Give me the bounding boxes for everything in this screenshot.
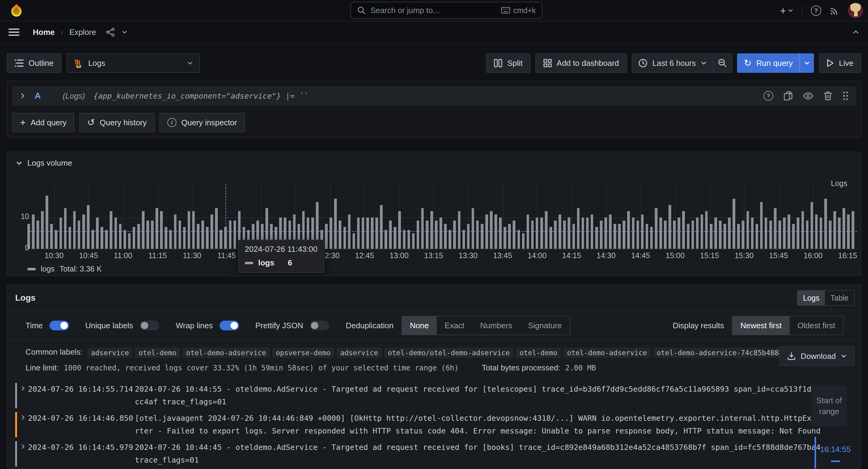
live-button[interactable]: Live <box>819 54 861 73</box>
display-results-label: Display results <box>673 321 724 330</box>
display-option-newest-first[interactable]: Newest first <box>733 316 789 335</box>
volume-bar <box>467 224 470 249</box>
volume-bar <box>421 208 424 249</box>
minimap-start-of-range: Start of range <box>811 385 847 427</box>
copy-query-icon[interactable] <box>783 91 793 101</box>
logs-volume-chart[interactable] <box>27 184 857 249</box>
zoom-out-time-button[interactable] <box>713 59 732 68</box>
news-rss-button[interactable] <box>830 6 839 15</box>
volume-bar <box>234 221 236 249</box>
volume-bar <box>650 227 653 249</box>
expand-log-chevron-icon[interactable] <box>20 441 28 467</box>
volume-bar <box>563 221 566 249</box>
volume-bar <box>540 217 543 249</box>
expand-log-chevron-icon[interactable] <box>20 383 28 408</box>
remove-query-trash-icon[interactable] <box>824 91 832 100</box>
collapse-panel-chevron-icon[interactable] <box>16 160 23 167</box>
label-chip: opsverse-demo <box>272 348 334 358</box>
dedup-option-numbers[interactable]: Numbers <box>472 316 520 335</box>
log-row[interactable]: 2024-07-26 16:14:55.7142024-07-26 10:44:… <box>15 383 860 408</box>
volume-bar <box>760 202 763 249</box>
chart-legend[interactable]: logs Total: 3.36 K <box>27 265 102 273</box>
search-input[interactable]: Search or jump to... cmd+k <box>350 2 542 19</box>
volume-bar <box>595 227 598 249</box>
volume-bar <box>783 217 786 249</box>
volume-bar <box>669 205 671 249</box>
volume-bar <box>73 211 76 249</box>
common-labels-row: Common labels: adserviceotel-demootel-de… <box>26 346 861 358</box>
volume-bar <box>769 221 772 249</box>
run-query-dropdown-button[interactable] <box>799 54 814 73</box>
help-button[interactable]: ? <box>811 5 821 16</box>
minimap-timeline[interactable] <box>814 437 816 469</box>
dedup-option-exact[interactable]: Exact <box>437 316 472 335</box>
user-avatar[interactable] <box>848 3 863 18</box>
display-option-oldest-first[interactable]: Oldest first <box>789 316 843 335</box>
drag-handle-icon[interactable] <box>842 91 848 101</box>
expand-log-chevron-icon[interactable] <box>20 412 28 437</box>
volume-bar <box>444 224 447 249</box>
download-button[interactable]: Download <box>779 346 855 366</box>
volume-bar <box>600 221 602 249</box>
toggle-wrap-lines[interactable] <box>220 321 239 330</box>
crosshair-horizontal <box>27 231 857 232</box>
collapse-chrome-icon[interactable] <box>852 29 860 36</box>
share-icon[interactable] <box>106 27 116 37</box>
crosshair-vertical <box>225 184 226 249</box>
toggle-prettify-json[interactable] <box>310 321 329 330</box>
add-to-dashboard-button[interactable]: Add to dashboard <box>535 54 627 73</box>
view-option-logs[interactable]: Logs <box>798 291 825 305</box>
x-axis-tick-label: 15:00 <box>657 251 693 260</box>
deduplication-label: Deduplication <box>346 321 394 330</box>
volume-bar <box>60 217 62 249</box>
split-button[interactable]: Split <box>486 54 531 73</box>
query-history-button[interactable]: ↺ Query history <box>79 113 155 132</box>
x-axis-tick-label: 14:15 <box>553 251 590 260</box>
dedup-option-signature[interactable]: Signature <box>520 316 569 335</box>
toggle-unique-labels[interactable] <box>140 321 159 330</box>
view-option-table[interactable]: Table <box>825 291 854 305</box>
query-inspector-button[interactable]: i Query inspector <box>159 113 245 132</box>
logs-panel-title: Logs <box>15 293 35 303</box>
x-axis-tick-label: 11:30 <box>174 251 210 260</box>
x-axis-tick-label: 13:30 <box>450 251 486 260</box>
volume-bar <box>188 211 190 249</box>
x-axis-tick-label: 14:45 <box>622 251 659 260</box>
control-label: Time <box>26 321 43 330</box>
x-axis-tick-label: 11:00 <box>105 251 141 260</box>
log-row[interactable]: 2024-07-26 16:14:46.850[otel.javaagent 2… <box>15 412 860 437</box>
volume-bar <box>554 221 557 249</box>
volume-bar <box>751 217 754 249</box>
log-row[interactable]: 2024-07-26 16:14:45.9792024-07-26 10:44:… <box>15 441 860 467</box>
volume-bar <box>87 205 90 249</box>
time-range-button[interactable]: Last 6 hours <box>632 59 713 68</box>
common-labels-label: Common labels: <box>26 347 83 357</box>
new-menu-button[interactable]: + <box>780 5 793 17</box>
volume-bar <box>105 230 108 249</box>
query-help-icon[interactable]: ? <box>764 91 773 101</box>
dedup-option-none[interactable]: None <box>402 316 437 335</box>
breadcrumb-home[interactable]: Home <box>33 28 55 37</box>
query-expand-chevron-icon[interactable] <box>20 93 26 99</box>
volume-bar <box>133 227 135 249</box>
log-message-line: 2024-07-26 10:44:55 - oteldemo.AdService… <box>135 383 860 396</box>
query-expression[interactable]: {app_kubernetes_io_component="adservice"… <box>94 92 308 100</box>
toggle-knob <box>311 322 318 329</box>
hide-response-eye-icon[interactable] <box>803 92 813 100</box>
toggle-time[interactable] <box>50 321 69 330</box>
chevron-down-icon[interactable] <box>122 29 128 35</box>
volume-bar <box>128 233 131 249</box>
run-query-button[interactable]: ↻ Run query <box>737 59 799 68</box>
volume-bar <box>646 224 648 249</box>
menu-toggle-icon[interactable] <box>8 29 20 36</box>
volume-bar <box>45 196 48 249</box>
label-chip: otel-demo/otel-demo-adservice <box>384 348 514 358</box>
breadcrumb-explore[interactable]: Explore <box>69 28 96 37</box>
query-ref-id[interactable]: A <box>35 91 41 101</box>
volume-bar <box>765 217 768 249</box>
datasource-picker[interactable]: Logs <box>67 54 200 73</box>
grafana-logo-icon[interactable] <box>8 3 24 18</box>
add-query-button[interactable]: + Add query <box>12 113 74 132</box>
chevron-down-icon <box>701 60 707 66</box>
outline-button[interactable]: Outline <box>7 54 61 73</box>
